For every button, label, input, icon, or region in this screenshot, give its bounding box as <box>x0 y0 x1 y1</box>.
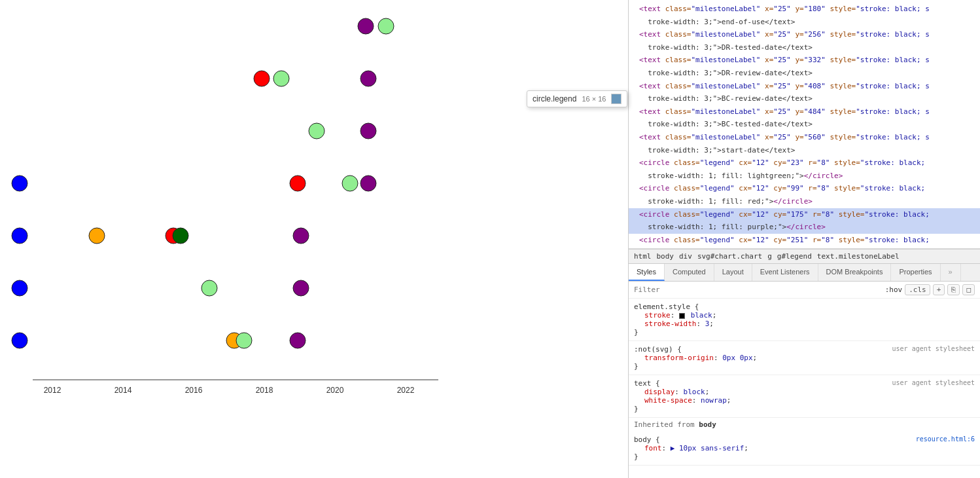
tab-styles[interactable]: Styles <box>629 264 665 281</box>
tab-more[interactable]: » <box>941 264 961 281</box>
svg-text:2020: 2020 <box>326 386 344 395</box>
svg-point-22 <box>254 71 270 86</box>
css-selector-element: element.style { <box>634 303 975 311</box>
source-line-highlighted: <circle class="legend" cx="12" cy="175" … <box>629 208 980 221</box>
source-line: troke-width: 3;">DR-review-date</text> <box>629 67 980 80</box>
breadcrumb: html body div svg#chart.chart g g#legend… <box>629 249 980 264</box>
css-block-body: body { resource.html:6 font: ▶ 10px sans… <box>629 432 980 466</box>
color-swatch-black[interactable] <box>679 313 685 319</box>
css-selector-text: text { user agent stylesheet <box>634 379 975 388</box>
css-selector-body: body { resource.html:6 <box>634 435 975 444</box>
filter-bar: :hov .cls + ⎘ □ <box>629 282 980 299</box>
tooltip: circle.legend 16 × 16 <box>527 90 627 107</box>
source-line: <circle class="legend" cx="12" cy="251" … <box>629 234 980 247</box>
css-source-link[interactable]: resource.html:6 <box>916 435 975 443</box>
svg-point-7 <box>12 175 27 191</box>
breadcrumb-html[interactable]: html <box>634 252 652 261</box>
css-block-text: text { user agent stylesheet display: bl… <box>629 375 980 418</box>
source-line: troke-width: 3;">DR-tested-date</text> <box>629 41 980 54</box>
css-prop-transform-origin: transform-origin: 0px 0px; <box>634 354 975 362</box>
svg-point-12 <box>293 228 309 244</box>
svg-text:2012: 2012 <box>44 386 61 395</box>
svg-point-23 <box>273 71 289 86</box>
css-prop-display: display: block; <box>634 388 975 396</box>
tooltip-preview <box>611 94 621 104</box>
svg-point-14 <box>201 280 217 296</box>
svg-point-27 <box>290 175 306 191</box>
breadcrumb-div[interactable]: div <box>679 252 692 261</box>
tab-properties[interactable]: Properties <box>891 264 940 281</box>
styles-panel: :hov .cls + ⎘ □ element.style { stroke: … <box>629 282 980 478</box>
svg-point-11 <box>173 228 188 244</box>
svg-point-13 <box>12 280 27 296</box>
source-line: troke-width: 3;">end-of-use</text> <box>629 16 980 29</box>
tab-dom-breakpoints[interactable]: DOM Breakpoints <box>818 264 892 281</box>
source-line: <circle class="legend" cx="12" cy="99" r… <box>629 182 980 195</box>
source-line: <circle class="legend" cx="12" cy="23" r… <box>629 156 980 170</box>
source-line: <text class="milestoneLabel" x="25" y="1… <box>629 3 980 16</box>
svg-text:2016: 2016 <box>185 386 203 395</box>
svg-point-28 <box>342 175 358 191</box>
tab-computed[interactable]: Computed <box>665 264 714 281</box>
filter-copy[interactable]: ⎘ <box>947 284 960 295</box>
source-line: troke-width: 3;">BC-tested-date</text> <box>629 118 980 131</box>
source-line: <text class="milestoneLabel" x="25" y="4… <box>629 80 980 93</box>
filter-input[interactable] <box>634 285 880 294</box>
breadcrumb-body[interactable]: body <box>657 252 674 261</box>
svg-text:2022: 2022 <box>397 386 415 395</box>
source-line: <text class="milestoneLabel" x="25" y="2… <box>629 28 980 41</box>
tabs-bar: Styles Computed Layout Event Listeners D… <box>629 264 980 282</box>
svg-point-21 <box>360 123 376 139</box>
chart-svg: 2012 2014 2016 2018 2020 2022 <box>0 0 628 478</box>
svg-text:2014: 2014 <box>114 386 132 395</box>
source-line: stroke-width: 1; fill: lightgreen;"></ci… <box>629 170 980 183</box>
source-line: <text class="milestoneLabel" x="25" y="4… <box>629 105 980 119</box>
breadcrumb-g[interactable]: g <box>767 252 772 261</box>
svg-point-8 <box>12 228 27 244</box>
breadcrumb-legend[interactable]: g#legend <box>777 252 812 261</box>
source-line: troke-width: 3;">BC-review-date</text> <box>629 92 980 105</box>
css-block-not-svg: :not(svg) { user agent stylesheet transf… <box>629 341 980 375</box>
devtools-panel: <text class="milestoneLabel" x="25" y="1… <box>628 0 980 478</box>
filter-dock[interactable]: □ <box>962 284 975 295</box>
css-prop-font: font: ▶ 10px sans-serif; <box>634 444 975 452</box>
svg-point-15 <box>293 280 309 296</box>
svg-text:2018: 2018 <box>256 386 273 395</box>
source-line: troke-width: 3;">start-date</text> <box>629 144 980 157</box>
svg-point-19 <box>290 333 306 348</box>
breadcrumb-milestone[interactable]: text.milestoneLabel <box>817 252 900 261</box>
tab-layout[interactable]: Layout <box>714 264 752 281</box>
css-block-element-style: element.style { stroke: black; stroke-wi… <box>629 299 980 341</box>
inherited-label: Inherited from body <box>629 418 980 432</box>
inherited-from: body <box>699 420 716 429</box>
css-prop-stroke-width: stroke-width: 3; <box>634 320 975 328</box>
svg-point-16 <box>12 333 27 348</box>
css-prop-stroke: stroke: black; <box>634 311 975 320</box>
svg-point-26 <box>378 18 394 34</box>
breadcrumb-svg[interactable]: svg#chart.chart <box>697 252 762 261</box>
html-source: <text class="milestoneLabel" x="25" y="1… <box>629 0 980 249</box>
svg-point-18 <box>236 333 252 348</box>
source-line: <text class="milestoneLabel" x="25" y="5… <box>629 131 980 144</box>
tooltip-label: circle.legend <box>533 94 576 103</box>
css-selector-not-svg: :not(svg) { user agent stylesheet <box>634 345 975 354</box>
source-line: <text class="milestoneLabel" x="25" y="3… <box>629 54 980 67</box>
svg-point-29 <box>360 175 376 191</box>
source-line-highlighted: stroke-width: 1; fill: purple;"></circle… <box>629 221 980 234</box>
svg-point-9 <box>89 228 105 244</box>
filter-cls[interactable]: .cls <box>905 284 930 295</box>
filter-buttons: :hov .cls + ⎘ □ <box>885 284 975 295</box>
filter-add[interactable]: + <box>933 284 945 295</box>
svg-point-20 <box>309 123 324 139</box>
tab-event-listeners[interactable]: Event Listeners <box>752 264 818 281</box>
chart-panel: 2012 2014 2016 2018 2020 2022 <box>0 0 628 478</box>
svg-point-25 <box>358 18 374 34</box>
svg-point-24 <box>360 71 376 86</box>
tooltip-size: 16 × 16 <box>582 95 606 103</box>
source-line: stroke-width: 1; fill: red;"></circle> <box>629 195 980 208</box>
filter-hov[interactable]: :hov <box>885 285 903 294</box>
css-prop-whitespace: white-space: nowrap; <box>634 396 975 405</box>
